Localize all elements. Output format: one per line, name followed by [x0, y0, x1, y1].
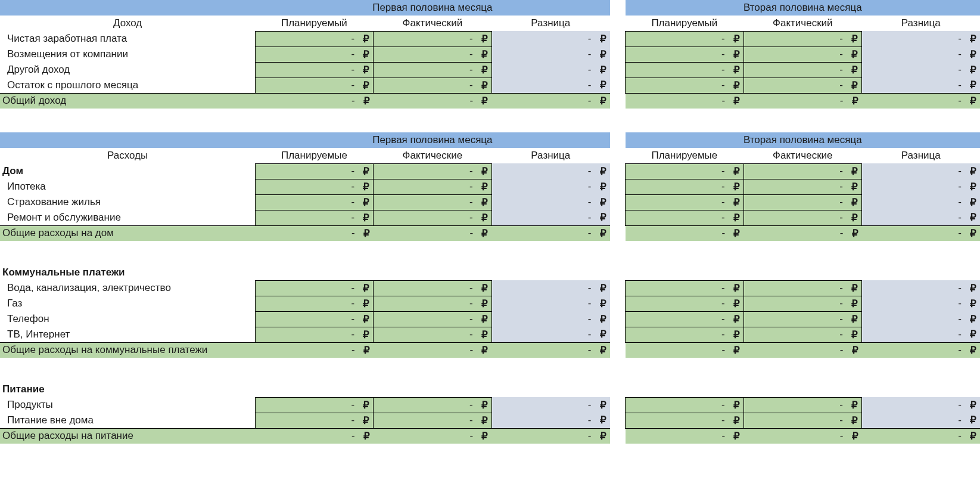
- income-cell-actual-1[interactable]: -₽: [374, 78, 491, 93]
- exp-cell-planned-1[interactable]: -₽: [255, 280, 373, 296]
- gap: [610, 0, 626, 16]
- exp-row-label: Продукты: [0, 397, 255, 413]
- exp-cell-actual-1[interactable]: -₽: [374, 413, 491, 428]
- exp-cell-actual-1[interactable]: -₽: [374, 210, 491, 225]
- exp-cell-planned-1[interactable]: -₽: [255, 413, 373, 428]
- exp-row-label: Ремонт и обслуживание: [0, 210, 255, 225]
- exp-section-total-label: Общие расходы на коммунальные платежи: [0, 342, 255, 358]
- income-cell-diff-1: -₽: [491, 31, 609, 47]
- exp-total-actual-2: -₽: [743, 342, 861, 358]
- income-title: Доход: [0, 16, 255, 31]
- blank: [374, 265, 491, 280]
- exp-cell-planned-2[interactable]: -₽: [626, 397, 743, 413]
- exp-cell-planned-1[interactable]: -₽: [255, 311, 373, 327]
- exp-cell-actual-1[interactable]: -₽: [374, 296, 491, 311]
- exp-cell-actual-2[interactable]: -₽: [743, 280, 861, 296]
- exp-section-planned-2[interactable]: -₽: [626, 163, 743, 179]
- exp-cell-planned-1[interactable]: -₽: [255, 194, 373, 210]
- exp-cell-diff-2: -₽: [862, 179, 980, 194]
- exp-diff-2: Разница: [862, 148, 980, 163]
- exp-cell-actual-1[interactable]: -₽: [374, 280, 491, 296]
- gap: [610, 163, 626, 179]
- exp-hdr-blank: [0, 132, 255, 148]
- exp-cell-actual-2[interactable]: -₽: [743, 179, 861, 194]
- income-cell-actual-2[interactable]: -₽: [743, 78, 861, 93]
- income-cell-actual-2[interactable]: -₽: [743, 47, 861, 62]
- exp-cell-actual-2[interactable]: -₽: [743, 210, 861, 225]
- income-cell-actual-2[interactable]: -₽: [743, 62, 861, 78]
- gap: [610, 16, 626, 31]
- exp-total-planned-1: -₽: [255, 428, 373, 444]
- exp-cell-planned-2[interactable]: -₽: [626, 327, 743, 342]
- gap: [610, 342, 626, 358]
- income-cell-actual-2[interactable]: -₽: [743, 31, 861, 47]
- income-cell-planned-2[interactable]: -₽: [626, 47, 743, 62]
- exp-cell-planned-1[interactable]: -₽: [255, 327, 373, 342]
- exp-cell-planned-1[interactable]: -₽: [255, 397, 373, 413]
- income-cell-actual-1[interactable]: -₽: [374, 62, 491, 78]
- exp-cell-actual-1[interactable]: -₽: [374, 327, 491, 342]
- income-diff-2: Разница: [862, 16, 980, 31]
- exp-cell-actual-1[interactable]: -₽: [374, 179, 491, 194]
- exp-section-total-label: Общие расходы на питание: [0, 428, 255, 444]
- income-cell-planned-2[interactable]: -₽: [626, 31, 743, 47]
- income-cell-planned-1[interactable]: -₽: [255, 78, 373, 93]
- exp-total-planned-2: -₽: [626, 428, 743, 444]
- blank: [862, 382, 980, 397]
- exp-total-planned-2: -₽: [626, 225, 743, 241]
- exp-cell-actual-1[interactable]: -₽: [374, 194, 491, 210]
- income-cell-diff-2: -₽: [862, 31, 980, 47]
- exp-cell-diff-2: -₽: [862, 210, 980, 225]
- income-cell-planned-1[interactable]: -₽: [255, 47, 373, 62]
- gap: [610, 62, 626, 78]
- exp-cell-planned-2[interactable]: -₽: [626, 280, 743, 296]
- income-first-half-header: Первая половина месяца: [255, 0, 609, 16]
- exp-cell-actual-2[interactable]: -₽: [743, 327, 861, 342]
- gap: [610, 179, 626, 194]
- exp-cell-planned-2[interactable]: -₽: [626, 311, 743, 327]
- exp-cell-diff-2: -₽: [862, 280, 980, 296]
- exp-cell-planned-2[interactable]: -₽: [626, 179, 743, 194]
- exp-section-name: Питание: [0, 382, 255, 397]
- exp-cell-actual-2[interactable]: -₽: [743, 296, 861, 311]
- exp-cell-planned-1[interactable]: -₽: [255, 296, 373, 311]
- exp-section-planned-1[interactable]: -₽: [255, 163, 373, 179]
- exp-row-label: Газ: [0, 296, 255, 311]
- income-cell-actual-1[interactable]: -₽: [374, 31, 491, 47]
- income-cell-planned-2[interactable]: -₽: [626, 78, 743, 93]
- income-cell-planned-1[interactable]: -₽: [255, 31, 373, 47]
- exp-total-actual-1: -₽: [374, 225, 491, 241]
- gap: [610, 428, 626, 444]
- exp-row-label: Страхование жилья: [0, 194, 255, 210]
- blank: [255, 382, 373, 397]
- income-cell-actual-1[interactable]: -₽: [374, 47, 491, 62]
- exp-cell-planned-2[interactable]: -₽: [626, 296, 743, 311]
- exp-cell-planned-1[interactable]: -₽: [255, 179, 373, 194]
- expenses-title: Расходы: [0, 148, 255, 163]
- exp-cell-diff-1: -₽: [491, 397, 609, 413]
- income-cell-diff-1: -₽: [491, 47, 609, 62]
- exp-cell-planned-2[interactable]: -₽: [626, 194, 743, 210]
- exp-cell-diff-1: -₽: [491, 179, 609, 194]
- blank: [862, 265, 980, 280]
- exp-cell-actual-1[interactable]: -₽: [374, 311, 491, 327]
- exp-total-diff-2: -₽: [862, 428, 980, 444]
- income-cell-diff-1: -₽: [491, 78, 609, 93]
- exp-cell-planned-1[interactable]: -₽: [255, 210, 373, 225]
- exp-cell-diff-1: -₽: [491, 280, 609, 296]
- income-cell-planned-2[interactable]: -₽: [626, 62, 743, 78]
- income-row-label: Другой доход: [0, 62, 255, 78]
- income-cell-planned-1[interactable]: -₽: [255, 62, 373, 78]
- exp-cell-actual-2[interactable]: -₽: [743, 397, 861, 413]
- exp-cell-actual-2[interactable]: -₽: [743, 311, 861, 327]
- gap: [610, 210, 626, 225]
- income-hdr-blank: [0, 0, 255, 16]
- exp-section-actual-1[interactable]: -₽: [374, 163, 491, 179]
- exp-cell-actual-1[interactable]: -₽: [374, 397, 491, 413]
- exp-cell-planned-2[interactable]: -₽: [626, 210, 743, 225]
- blank: [255, 265, 373, 280]
- exp-section-actual-2[interactable]: -₽: [743, 163, 861, 179]
- exp-cell-planned-2[interactable]: -₽: [626, 413, 743, 428]
- exp-cell-actual-2[interactable]: -₽: [743, 413, 861, 428]
- exp-cell-actual-2[interactable]: -₽: [743, 194, 861, 210]
